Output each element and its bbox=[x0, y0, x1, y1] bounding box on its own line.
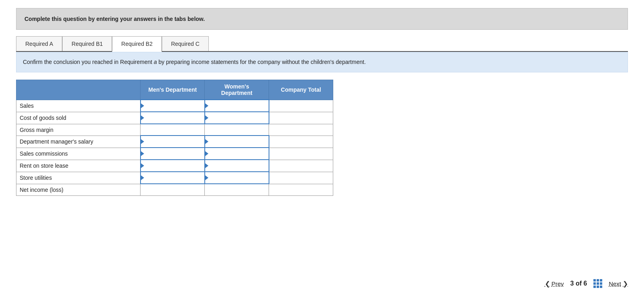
row-label-gross-margin: Gross margin bbox=[16, 124, 141, 136]
mens-mgr-cell[interactable] bbox=[141, 136, 205, 148]
mens-rent-cell[interactable] bbox=[141, 160, 205, 172]
triangle-indicator bbox=[205, 175, 208, 180]
row-label-cogs: Cost of goods sold bbox=[16, 112, 141, 124]
mens-comm-cell[interactable] bbox=[141, 148, 205, 160]
womens-util-input[interactable] bbox=[205, 172, 269, 183]
triangle-indicator bbox=[141, 139, 144, 144]
company-cogs-cell bbox=[269, 112, 333, 124]
table-header-label bbox=[16, 80, 141, 100]
womens-mgr-cell[interactable] bbox=[205, 136, 269, 148]
mens-comm-input[interactable] bbox=[141, 148, 204, 159]
row-label-net-income: Net income (loss) bbox=[16, 184, 141, 195]
mens-sales-cell[interactable] bbox=[141, 100, 205, 112]
table-row: Rent on store lease bbox=[16, 160, 333, 172]
tab-required-a[interactable]: Required A bbox=[16, 36, 62, 51]
prev-label: Prev bbox=[552, 280, 564, 287]
womens-gross-cell bbox=[205, 124, 269, 136]
table-row: Cost of goods sold bbox=[16, 112, 333, 124]
table-row: Department manager's salary bbox=[16, 136, 333, 148]
womens-cogs-input[interactable] bbox=[205, 112, 269, 123]
mens-mgr-input[interactable] bbox=[141, 136, 204, 147]
page-separator: of bbox=[576, 280, 584, 287]
company-sales-cell bbox=[269, 100, 333, 112]
womens-rent-cell[interactable] bbox=[205, 160, 269, 172]
page-info: 3 of 6 bbox=[570, 280, 587, 287]
triangle-indicator bbox=[141, 103, 144, 108]
company-comm-cell bbox=[269, 148, 333, 160]
next-arrow-icon: ❯ bbox=[623, 280, 628, 288]
table-header-womens: Women's Department bbox=[205, 80, 269, 100]
row-label-utilities: Store utilities bbox=[16, 172, 141, 184]
womens-rent-input[interactable] bbox=[205, 160, 269, 171]
next-label: Next bbox=[609, 280, 621, 287]
row-label-sales-comm: Sales commissions bbox=[16, 148, 141, 160]
table-header-mens: Men's Department bbox=[141, 80, 205, 100]
page-current: 3 bbox=[570, 280, 574, 287]
row-label-sales: Sales bbox=[16, 100, 141, 112]
income-statement-table: Men's Department Women's Department Comp… bbox=[16, 80, 333, 196]
womens-net-cell bbox=[205, 184, 269, 195]
grid-view-icon[interactable] bbox=[593, 279, 602, 288]
instruction-banner: Complete this question by entering your … bbox=[16, 8, 628, 30]
mens-util-input[interactable] bbox=[141, 172, 204, 183]
mens-cogs-input[interactable] bbox=[141, 112, 204, 123]
table-row: Net income (loss) bbox=[16, 184, 333, 195]
page-total: 6 bbox=[583, 280, 587, 287]
next-button[interactable]: Next ❯ bbox=[609, 280, 628, 288]
triangle-indicator bbox=[141, 175, 144, 180]
mens-sales-input[interactable] bbox=[141, 100, 204, 111]
mens-rent-input[interactable] bbox=[141, 160, 204, 171]
table-row: Sales bbox=[16, 100, 333, 112]
mens-cogs-cell[interactable] bbox=[141, 112, 205, 124]
triangle-indicator bbox=[205, 163, 208, 168]
tabs-container: Required A Required B1 Required B2 Requi… bbox=[16, 36, 628, 52]
mens-net-cell bbox=[141, 184, 205, 195]
womens-sales-cell[interactable] bbox=[205, 100, 269, 112]
page-wrapper: Complete this question by entering your … bbox=[0, 0, 644, 296]
table-row: Gross margin bbox=[16, 124, 333, 136]
instruction-text: Complete this question by entering your … bbox=[24, 16, 620, 22]
triangle-indicator bbox=[141, 115, 144, 120]
prev-arrow-icon: ❮ bbox=[545, 280, 550, 288]
table-row: Store utilities bbox=[16, 172, 333, 184]
navigation-footer: ❮ Prev 3 of 6 Next ❯ bbox=[545, 279, 628, 288]
tab-required-b2[interactable]: Required B2 bbox=[112, 36, 162, 52]
company-mgr-cell bbox=[269, 136, 333, 148]
row-label-rent: Rent on store lease bbox=[16, 160, 141, 172]
tab-required-b1[interactable]: Required B1 bbox=[62, 36, 112, 51]
company-net-cell bbox=[269, 184, 333, 195]
triangle-indicator bbox=[205, 103, 208, 108]
tab-required-c[interactable]: Required C bbox=[162, 36, 209, 51]
row-label-mgr-salary: Department manager's salary bbox=[16, 136, 141, 148]
company-rent-cell bbox=[269, 160, 333, 172]
company-util-cell bbox=[269, 172, 333, 184]
triangle-indicator bbox=[141, 163, 144, 168]
table-header-company: Company Total bbox=[269, 80, 333, 100]
mens-gross-cell bbox=[141, 124, 205, 136]
womens-cogs-cell[interactable] bbox=[205, 112, 269, 124]
table-row: Sales commissions bbox=[16, 148, 333, 160]
womens-mgr-input[interactable] bbox=[205, 136, 269, 147]
mens-util-cell[interactable] bbox=[141, 172, 205, 184]
question-text: Confirm the conclusion you reached in Re… bbox=[23, 59, 366, 65]
prev-button[interactable]: ❮ Prev bbox=[545, 280, 564, 288]
womens-comm-cell[interactable] bbox=[205, 148, 269, 160]
womens-sales-input[interactable] bbox=[205, 100, 269, 111]
triangle-indicator bbox=[141, 151, 144, 156]
womens-util-cell[interactable] bbox=[205, 172, 269, 184]
triangle-indicator bbox=[205, 139, 208, 144]
question-description: Confirm the conclusion you reached in Re… bbox=[16, 52, 628, 72]
triangle-indicator bbox=[205, 151, 208, 156]
triangle-indicator bbox=[205, 115, 208, 120]
womens-comm-input[interactable] bbox=[205, 148, 269, 159]
company-gross-cell bbox=[269, 124, 333, 136]
